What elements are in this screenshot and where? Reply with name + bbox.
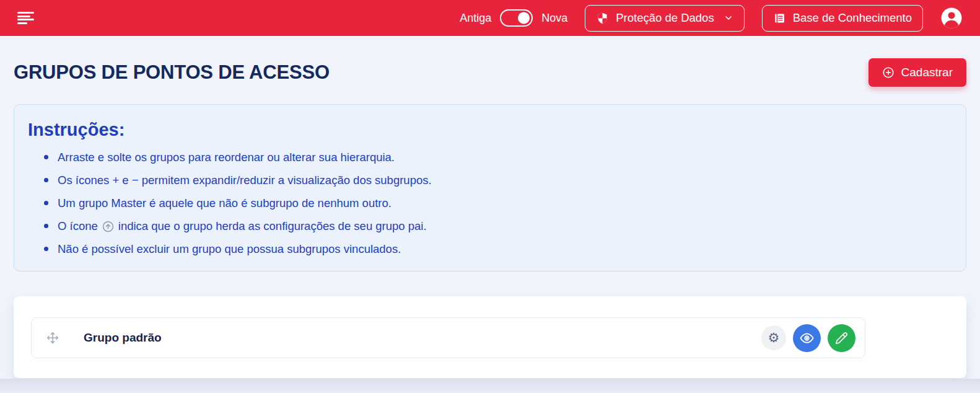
top-bar: Antiga Nova Proteção de Dados (0, 0, 980, 36)
toggle-left-label: Antiga (460, 12, 491, 25)
instructions-panel: Instruções: Arraste e solte os grupos pa… (14, 104, 966, 272)
version-toggle-group: Antiga Nova (460, 9, 567, 27)
toggle-right-label: Nova (541, 12, 567, 25)
main-content: GRUPOS DE PONTOS DE ACESSO Cadastrar Ins… (0, 58, 980, 378)
instructions-heading: Instruções: (28, 120, 952, 140)
protecao-de-dados-button[interactable]: Proteção de Dados (585, 5, 744, 32)
page-title: GRUPOS DE PONTOS DE ACESSO (14, 61, 330, 84)
version-toggle-switch[interactable] (500, 9, 533, 27)
drag-handle-icon[interactable] (44, 329, 61, 347)
chevron-down-icon (724, 13, 733, 23)
shield-icon (596, 12, 609, 25)
group-row-actions: ⚙ (761, 324, 855, 352)
arrow-up-circle-icon (102, 221, 114, 232)
menu-icon[interactable] (16, 9, 35, 27)
instruction-item: Um grupo Master é aquele que não é subgr… (44, 196, 952, 210)
toggle-knob (518, 12, 530, 24)
instruction-item: Os ícones + e − permitem expandir/reduzi… (44, 173, 952, 187)
plus-circle-icon (882, 66, 895, 79)
page-bottom-strip (0, 379, 980, 393)
book-icon (773, 12, 786, 25)
group-name: Grupo padrão (84, 331, 162, 345)
user-avatar-icon (940, 7, 963, 29)
pencil-icon (835, 332, 848, 345)
instruction-item: Arraste e solte os grupos para reordenar… (44, 150, 952, 164)
group-row[interactable]: Grupo padrão ⚙ (31, 317, 865, 358)
instruction-item: Não é possível excluir um grupo que poss… (44, 242, 952, 256)
gear-icon: ⚙ (768, 332, 780, 345)
groups-card: Grupo padrão ⚙ (14, 296, 966, 378)
base-de-conhecimento-button[interactable]: Base de Conhecimento (762, 5, 923, 32)
user-avatar-button[interactable] (940, 7, 963, 29)
eye-icon (800, 331, 814, 345)
protecao-de-dados-label: Proteção de Dados (616, 11, 714, 25)
instructions-list: Arraste e solte os grupos para reordenar… (28, 150, 952, 256)
base-de-conhecimento-label: Base de Conhecimento (793, 11, 912, 25)
cadastrar-label: Cadastrar (901, 66, 953, 79)
group-view-button[interactable] (793, 324, 821, 352)
instruction-item: O ícone indica que o grupo herda as conf… (44, 219, 952, 233)
cadastrar-button[interactable]: Cadastrar (868, 58, 966, 87)
group-settings-button[interactable]: ⚙ (761, 325, 786, 350)
group-edit-button[interactable] (828, 324, 855, 352)
